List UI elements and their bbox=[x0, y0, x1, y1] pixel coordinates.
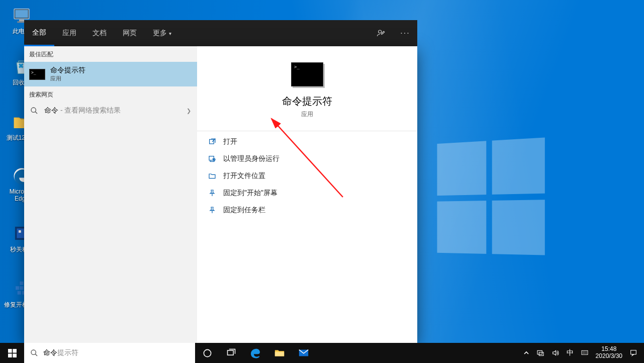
chevron-right-icon: ❯ bbox=[187, 108, 191, 114]
task-view-button[interactable] bbox=[219, 343, 243, 363]
open-icon bbox=[208, 138, 216, 146]
tray-notifications-icon[interactable] bbox=[626, 343, 641, 363]
cortana-button[interactable] bbox=[195, 343, 219, 363]
svg-rect-21 bbox=[13, 349, 17, 353]
svg-rect-32 bbox=[631, 350, 636, 354]
action-open[interactable]: 打开 bbox=[197, 133, 417, 150]
tab-all[interactable]: 全部 bbox=[24, 20, 54, 46]
tab-apps[interactable]: 应用 bbox=[54, 20, 84, 46]
action-pin-start[interactable]: 固定到"开始"屏幕 bbox=[197, 185, 417, 202]
svg-rect-8 bbox=[20, 282, 23, 285]
tab-more[interactable]: 更多▾ bbox=[145, 20, 179, 46]
tray: 中 15:48 2020/3/30 bbox=[520, 343, 644, 363]
tray-network-icon[interactable] bbox=[533, 343, 548, 363]
best-match-title: 命令提示符 bbox=[50, 66, 85, 75]
svg-point-24 bbox=[31, 350, 36, 354]
svg-rect-20 bbox=[8, 349, 12, 353]
tab-web[interactable]: 网页 bbox=[115, 20, 145, 46]
best-match-sub: 应用 bbox=[50, 75, 85, 82]
svg-rect-9 bbox=[16, 286, 19, 290]
detail-sub: 应用 bbox=[301, 110, 313, 119]
search-completion-text: 提示符 bbox=[57, 348, 78, 357]
section-best-match: 最佳匹配 bbox=[24, 46, 197, 62]
tray-volume-icon[interactable] bbox=[548, 343, 563, 363]
best-match-item[interactable]: 命令提示符 应用 bbox=[24, 62, 197, 86]
svg-rect-26 bbox=[228, 350, 234, 355]
tray-clock[interactable]: 15:48 2020/3/30 bbox=[592, 343, 626, 363]
pin-icon bbox=[208, 189, 216, 197]
svg-rect-23 bbox=[13, 353, 17, 357]
admin-icon bbox=[208, 155, 216, 163]
start-button[interactable] bbox=[0, 343, 24, 363]
svg-point-25 bbox=[204, 349, 211, 356]
detail-title: 命令提示符 bbox=[282, 95, 332, 108]
search-icon bbox=[30, 349, 38, 357]
svg-rect-12 bbox=[18, 291, 21, 295]
taskbar-app-mail[interactable] bbox=[292, 343, 316, 363]
taskbar-search[interactable]: 命令提示符 bbox=[24, 343, 195, 363]
pin-icon bbox=[208, 206, 216, 214]
svg-rect-10 bbox=[20, 286, 23, 290]
search-tabbar: 全部 应用 文档 网页 更多▾ ··· bbox=[24, 20, 417, 46]
taskbar-app-explorer[interactable] bbox=[267, 343, 292, 363]
svg-rect-22 bbox=[8, 353, 12, 357]
detail-app-icon bbox=[291, 62, 323, 86]
web-search-item[interactable]: 命令 - 查看网络搜索结果 ❯ bbox=[24, 102, 197, 119]
taskbar-app-edge[interactable] bbox=[243, 343, 267, 363]
action-pin-taskbar[interactable]: 固定到任务栏 bbox=[197, 202, 417, 219]
tray-ime[interactable]: 中 bbox=[563, 343, 577, 363]
results-pane: 最佳匹配 命令提示符 应用 搜索网页 命令 - 查看网络搜索结果 ❯ bbox=[24, 46, 197, 343]
tray-overflow[interactable] bbox=[520, 343, 533, 363]
taskbar: 命令提示符 中 15:48 2020/3/30 bbox=[0, 343, 644, 363]
search-typed-text: 命令 bbox=[43, 348, 57, 357]
svg-point-15 bbox=[31, 108, 36, 112]
svg-rect-31 bbox=[582, 350, 588, 354]
svg-rect-30 bbox=[539, 352, 543, 356]
section-web: 搜索网页 bbox=[24, 86, 197, 102]
svg-rect-27 bbox=[275, 352, 284, 356]
folder-icon bbox=[208, 172, 216, 180]
svg-rect-1 bbox=[16, 10, 28, 18]
feedback-icon[interactable] bbox=[369, 20, 393, 46]
action-open-location[interactable]: 打开文件位置 bbox=[197, 167, 417, 185]
detail-pane: 命令提示符 应用 打开 以管理员身份运行 打开文件位置 固定到"开始"屏幕 bbox=[197, 46, 417, 343]
svg-point-14 bbox=[379, 30, 382, 33]
action-run-as-admin[interactable]: 以管理员身份运行 bbox=[197, 150, 417, 167]
svg-rect-2 bbox=[19, 20, 24, 22]
svg-rect-16 bbox=[210, 139, 214, 144]
tab-docs[interactable]: 文档 bbox=[84, 20, 115, 46]
svg-rect-7 bbox=[19, 230, 21, 233]
more-options-icon[interactable]: ··· bbox=[393, 20, 417, 46]
search-icon bbox=[30, 107, 38, 115]
cmd-icon bbox=[29, 69, 45, 80]
tray-ime-pad-icon[interactable] bbox=[577, 343, 592, 363]
show-desktop-button[interactable] bbox=[641, 343, 644, 363]
